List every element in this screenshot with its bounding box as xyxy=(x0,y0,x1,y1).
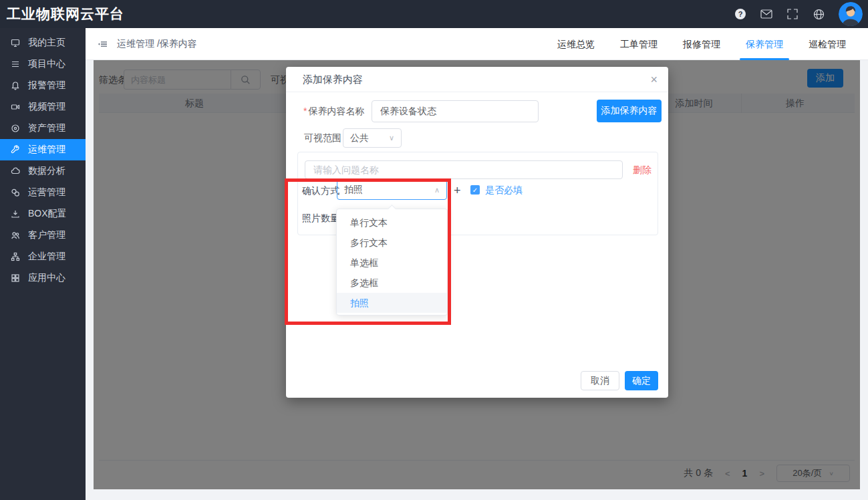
option-multi-line-text[interactable]: 多行文本 xyxy=(337,233,447,253)
tab-inspection[interactable]: 巡检管理 xyxy=(796,28,859,60)
tab-ops-overview[interactable]: 运维总览 xyxy=(545,28,607,60)
cloud-icon xyxy=(11,166,20,176)
tab-work-orders[interactable]: 工单管理 xyxy=(607,28,670,60)
asset-icon xyxy=(11,124,20,133)
topbar-actions: ? xyxy=(734,0,863,28)
top-bar: 工业物联网云平台 ? xyxy=(0,0,868,28)
sidebar-item-assets[interactable]: 资产管理 xyxy=(0,118,86,139)
sidebar-item-home[interactable]: 我的主页 xyxy=(0,32,86,53)
sidebar-item-apps[interactable]: 应用中心 xyxy=(0,267,86,289)
help-icon[interactable]: ? xyxy=(734,8,746,20)
ok-button[interactable]: 确定 xyxy=(625,371,658,390)
list-icon xyxy=(11,59,20,69)
option-single-line-text[interactable]: 单行文本 xyxy=(337,213,447,233)
app-title: 工业物联网云平台 xyxy=(0,5,124,23)
sidebar-item-alarms[interactable]: 报警管理 xyxy=(0,75,86,96)
mail-icon[interactable] xyxy=(760,8,772,20)
sidebar-item-video[interactable]: 视频管理 xyxy=(0,96,86,118)
tab-maintenance[interactable]: 保养管理 xyxy=(733,28,796,60)
content-name-label: *保养内容名称 xyxy=(303,100,364,122)
users-icon xyxy=(11,231,20,240)
required-checkbox[interactable]: ✓ xyxy=(470,185,480,195)
fullscreen-icon[interactable] xyxy=(786,8,799,20)
sidebar-item-box[interactable]: BOX配置 xyxy=(0,203,86,225)
download-icon xyxy=(11,209,20,219)
cancel-button[interactable]: 取消 xyxy=(581,371,619,390)
confirm-method-label: 确认方式 xyxy=(302,180,339,201)
chevron-up-icon: ∧ xyxy=(434,186,440,195)
sidebar-item-ops[interactable]: 运维管理 xyxy=(0,139,86,160)
dialog-header: 添加保养内容 × xyxy=(286,67,668,92)
breadcrumb: 运维管理 /保养内容 xyxy=(98,28,197,60)
scope-select[interactable]: 公共 ∨ xyxy=(343,128,402,148)
dialog-title: 添加保养内容 xyxy=(303,67,363,92)
delete-question-link[interactable]: 删除 xyxy=(633,160,652,179)
sidebar-item-enterprise[interactable]: 企业管理 xyxy=(0,246,86,267)
monitor-icon xyxy=(11,38,20,47)
required-asterisk: * xyxy=(303,106,307,116)
wrench-icon xyxy=(11,145,20,154)
confirm-method-dropdown: 单行文本 多行文本 单选框 多选框 拍照 xyxy=(336,209,448,316)
add-question-icon[interactable]: + xyxy=(454,180,461,201)
sidebar-item-customers[interactable]: 客户管理 xyxy=(0,225,86,246)
top-tabs: 运维总览 工单管理 报修管理 保养管理 巡检管理 xyxy=(545,28,859,60)
question-name-input[interactable] xyxy=(305,160,623,179)
sidebar-item-data[interactable]: 数据分析 xyxy=(0,160,86,182)
content-name-input[interactable] xyxy=(372,100,539,122)
sub-header: 运维管理 /保养内容 运维总览 工单管理 报修管理 保养管理 巡检管理 xyxy=(86,28,868,60)
breadcrumb-text: 运维管理 /保养内容 xyxy=(117,38,197,50)
confirm-method-select[interactable]: 拍照 ∧ xyxy=(337,180,447,200)
tab-repair[interactable]: 报修管理 xyxy=(670,28,733,60)
add-content-button[interactable]: 添加保养内容 xyxy=(597,100,662,122)
menu-fold-icon[interactable] xyxy=(98,39,108,49)
globe-icon[interactable] xyxy=(813,8,825,20)
scope-label: 可视范围 xyxy=(304,128,341,148)
photo-count-label: 照片数量 xyxy=(302,209,339,227)
chevron-down-icon: ∨ xyxy=(389,134,394,142)
org-icon xyxy=(11,252,20,261)
video-icon xyxy=(11,102,20,112)
bell-icon xyxy=(11,81,20,90)
user-avatar[interactable] xyxy=(839,2,863,26)
option-radio[interactable]: 单选框 xyxy=(337,253,447,273)
apps-icon xyxy=(11,273,20,283)
sidebar-item-projects[interactable]: 项目中心 xyxy=(0,53,86,75)
operation-icon xyxy=(11,188,20,197)
sidebar-nav: 我的主页 项目中心 报警管理 视频管理 资产管理 运维管理 数据分析 运营管理 … xyxy=(0,28,86,500)
close-icon[interactable]: × xyxy=(650,72,658,87)
required-checkbox-label[interactable]: 是否必填 xyxy=(485,180,523,200)
sidebar-item-operation[interactable]: 运营管理 xyxy=(0,182,86,203)
add-maintenance-dialog: 添加保养内容 × *保养内容名称 添加保养内容 可视范围 公共 ∨ 删除 确认方… xyxy=(286,67,668,398)
option-photo[interactable]: 拍照 xyxy=(337,293,447,313)
option-checkbox[interactable]: 多选框 xyxy=(337,273,447,293)
